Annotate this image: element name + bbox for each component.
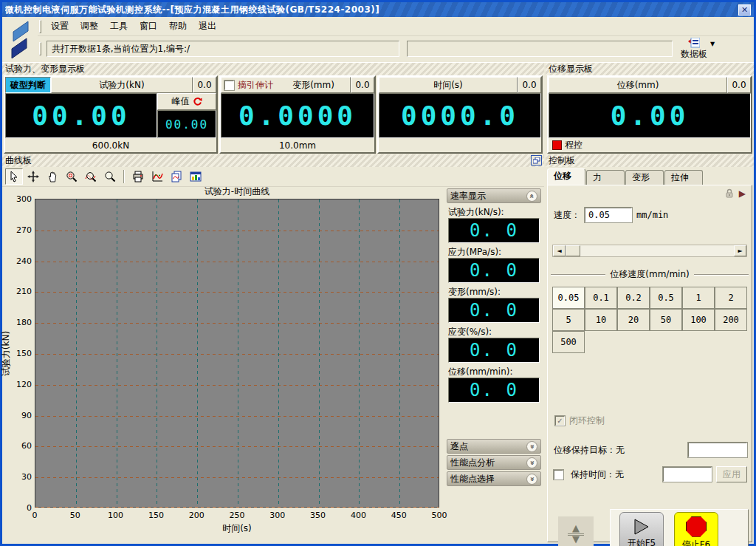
speed-button-20[interactable]: 20: [617, 309, 650, 331]
speed-scrollbar[interactable]: ◄ ►: [552, 245, 747, 257]
speed-button-2[interactable]: 2: [715, 287, 747, 309]
expand-chevron-icon[interactable]: «: [526, 474, 537, 485]
secondary-status-box: [407, 41, 673, 57]
force-header-button[interactable]: 试验力(kN): [51, 77, 193, 93]
closed-loop-checkbox[interactable]: ✓: [555, 416, 565, 426]
jog-updown-button[interactable]: ▲ ▼: [558, 516, 594, 546]
displacement-panel-title: 位移显示板: [546, 63, 754, 75]
rate-label: 变形(mm/s):: [448, 286, 540, 298]
apply-button[interactable]: 应用: [716, 466, 747, 482]
expand-chevron-icon[interactable]: «: [526, 457, 537, 468]
toolbar-grip[interactable]: [39, 20, 41, 33]
start-button[interactable]: 开始F5: [619, 512, 664, 546]
peak-reset-button[interactable]: 峰值: [157, 93, 216, 110]
accordion-header-1[interactable]: 逐点«: [447, 439, 541, 454]
speed-button-100[interactable]: 100: [682, 309, 715, 331]
rate-display: 0. 0: [448, 258, 540, 283]
tab-位移[interactable]: 位移: [547, 168, 585, 185]
restore-icon: [533, 157, 540, 164]
hand-tool-icon[interactable]: [44, 168, 61, 185]
speed-button-10[interactable]: 10: [585, 309, 617, 331]
scroll-left-icon[interactable]: ◄: [553, 245, 566, 256]
pan-cross-icon[interactable]: [24, 168, 42, 185]
control-panel-title: 控制板: [546, 154, 754, 167]
restore-panel-button[interactable]: [531, 155, 542, 165]
hold-time-input[interactable]: [663, 467, 712, 482]
zoom-data-icon[interactable]: [82, 168, 100, 185]
break-detect-button[interactable]: 破型判断: [5, 77, 51, 93]
curve-panel: 曲线板 试验力-时间曲线 试验力(kN) 0306090120150180210…: [2, 154, 544, 544]
zoom-box-icon[interactable]: [63, 168, 80, 185]
print-icon[interactable]: [129, 168, 147, 185]
databoard-icon: [688, 38, 700, 48]
tab-变形[interactable]: 变形: [625, 170, 664, 185]
speed-group: 位移速度(mm/min) 0.050.10.20.512510205010020…: [551, 268, 749, 353]
menu-item-3[interactable]: 工具: [104, 18, 134, 34]
databoard-button[interactable]: 数据板 ▼: [678, 37, 717, 61]
tab-力[interactable]: 力: [586, 170, 625, 185]
time-display-group: 时间(s) 0.0 0000.0: [377, 75, 543, 154]
expand-chevron-icon[interactable]: «: [526, 441, 537, 452]
display-row: 试验力、变形显示板 破型判断 试验力(kN) 0.0 00.00: [2, 63, 754, 154]
scroll-right-icon[interactable]: ►: [734, 245, 746, 256]
lock-icon: [724, 188, 735, 199]
dropdown-caret-icon[interactable]: ▼: [710, 41, 715, 47]
menu-item-4[interactable]: 窗口: [134, 18, 163, 34]
time-display: 0000.0: [379, 94, 540, 137]
tab-拉伸[interactable]: 拉伸: [664, 170, 703, 185]
hold-time-checkbox[interactable]: [554, 470, 563, 480]
speed-label: 速度：: [554, 209, 580, 222]
select-cursor-icon[interactable]: [5, 168, 23, 185]
menu-item-1[interactable]: 设置: [45, 18, 75, 34]
copy-curve-icon[interactable]: [168, 168, 185, 185]
accordion-label: 逐点: [450, 440, 526, 453]
speed-input[interactable]: [585, 208, 632, 222]
hold-target-input[interactable]: [688, 443, 747, 457]
close-button[interactable]: ✕: [738, 4, 751, 16]
app-window: 微机控制电液伺服万能试验机测控系统--[预应力混凝土用钢绞线试验(GB/T522…: [0, 0, 756, 546]
accordion-header-3[interactable]: 性能点选择«: [447, 471, 541, 486]
start-play-icon: [632, 518, 651, 536]
collapse-chevron-icon[interactable]: «: [526, 191, 537, 202]
data-window-icon[interactable]: [187, 168, 205, 185]
control-panel: 控制板 位移力变形拉伸 ▶ 速度： mm/min ◄: [546, 154, 754, 544]
chart-plot[interactable]: [35, 199, 439, 508]
stop-sign-icon: [686, 516, 707, 537]
rate-label: 应变(%/s):: [448, 326, 540, 338]
magnifier-icon[interactable]: [101, 168, 119, 185]
menu-item-5[interactable]: 帮助: [163, 18, 193, 34]
speed-button-0.2[interactable]: 0.2: [617, 287, 650, 309]
stop-button[interactable]: 停止F6: [674, 512, 718, 546]
y-tick-label: 180: [7, 318, 32, 327]
x-tick-label: 450: [386, 511, 411, 520]
time-range-label: [379, 138, 541, 152]
speed-button-0.1[interactable]: 0.1: [585, 287, 617, 309]
peak-display: 00.00: [157, 110, 216, 138]
displacement-live-value: 0.0: [727, 77, 751, 93]
window-title: 微机控制电液伺服万能试验机测控系统--[预应力混凝土用钢绞线试验(GB/T522…: [5, 4, 738, 16]
speed-button-200[interactable]: 200: [715, 309, 747, 331]
speed-button-500[interactable]: 500: [552, 331, 585, 353]
speed-button-1[interactable]: 1: [682, 287, 715, 309]
toolbar-grip[interactable]: [39, 42, 41, 55]
menu-item-6[interactable]: 退出: [193, 18, 222, 34]
toolbar-separator: [123, 170, 125, 183]
speed-button-0.05[interactable]: 0.05: [552, 287, 585, 309]
speed-button-50[interactable]: 50: [650, 309, 682, 331]
extensometer-checkbox[interactable]: [224, 81, 234, 90]
advance-icon[interactable]: ▶: [739, 188, 746, 199]
hold-time-label: 保持时间：无: [571, 468, 624, 481]
scrollbar-thumb[interactable]: [566, 245, 580, 256]
chart-xlabel: 时间(s): [35, 522, 439, 535]
accordion-header-2[interactable]: 性能点分析«: [447, 455, 541, 470]
rate-panel-header[interactable]: 速率显示 «: [447, 188, 541, 203]
speed-button-0.5[interactable]: 0.5: [650, 287, 682, 309]
y-tick-label: 210: [7, 287, 32, 296]
menu-item-2[interactable]: 调整: [75, 18, 104, 34]
app-logo-icon: [4, 18, 36, 61]
speed-button-5[interactable]: 5: [552, 309, 585, 331]
tool-bar: 共打开数据1条,当前位置为1,编号:/ 数据板 ▼: [38, 36, 754, 61]
lower-row: 曲线板 试验力-时间曲线 试验力(kN) 0306090120150180210…: [2, 154, 754, 544]
program-control-label: 程控: [565, 139, 583, 151]
curve-style-icon[interactable]: [148, 168, 166, 185]
